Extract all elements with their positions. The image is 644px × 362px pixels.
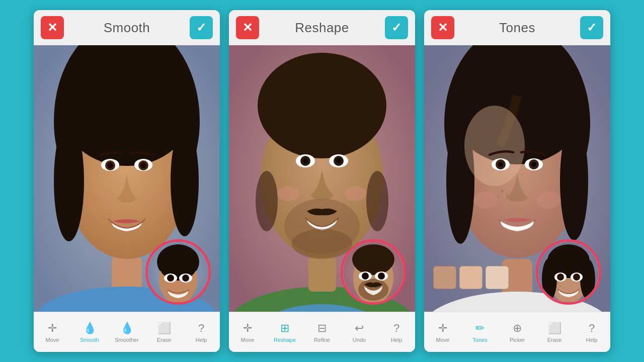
- reshape-tool-refine[interactable]: ⊟ Refine: [309, 322, 335, 343]
- smooth-title: Smooth: [104, 20, 150, 36]
- smooth-tool-smoother[interactable]: 💧 Smoother: [114, 322, 139, 343]
- picker-label: Picker: [510, 337, 525, 343]
- reshape-tool-undo[interactable]: ↩ Undo: [347, 322, 372, 343]
- svg-point-73: [501, 190, 504, 193]
- tones-image-area[interactable]: [424, 45, 610, 312]
- reshape-tool-reshape[interactable]: ⊞ Reshape: [272, 322, 297, 343]
- help-icon: ?: [198, 322, 204, 335]
- tones-tool-move[interactable]: ✛ Move: [430, 322, 455, 343]
- smooth-tool-erase[interactable]: ⬜ Erase: [151, 322, 177, 343]
- svg-rect-27: [308, 256, 336, 292]
- svg-point-49: [353, 247, 393, 275]
- check-icon: ✓: [391, 21, 401, 35]
- svg-point-53: [362, 273, 369, 280]
- reshape-tool-help[interactable]: ? Help: [384, 322, 409, 343]
- refine-icon: ⊟: [317, 322, 327, 335]
- tones-thumbnail-svg: [538, 242, 599, 302]
- svg-point-86: [573, 274, 580, 281]
- svg-point-50: [358, 279, 388, 301]
- smooth-toolbar: ✛ Move 💧 Smooth 💧 Smoother ⬜ Erase ? Hel…: [34, 312, 220, 352]
- move-icon: ✛: [438, 322, 447, 335]
- svg-point-74: [506, 194, 509, 197]
- svg-point-70: [531, 162, 536, 167]
- svg-point-29: [258, 53, 386, 158]
- swatch-medium[interactable]: [459, 266, 482, 289]
- reshape-icon: ⊞: [280, 322, 289, 335]
- svg-point-75: [498, 196, 500, 198]
- smooth-close-button[interactable]: ✕: [41, 16, 64, 39]
- reshape-tool-move[interactable]: ✛ Move: [235, 322, 260, 343]
- tones-close-button[interactable]: ✕: [431, 16, 454, 39]
- tones-label: Tones: [472, 337, 487, 343]
- tones-toolbar: ✛ Move ✏ Tones ⊕ Picker ⬜ Erase ? Help: [424, 312, 610, 352]
- erase-icon: ⬜: [548, 322, 561, 335]
- smooth-tool-help[interactable]: ? Help: [189, 322, 214, 343]
- svg-point-85: [557, 274, 564, 281]
- reshape-label: Reshape: [274, 337, 296, 343]
- svg-point-82: [580, 259, 595, 299]
- reshape-panel: ✕ Reshape ✓: [229, 10, 415, 352]
- svg-point-41: [303, 158, 308, 163]
- help-icon: ?: [393, 322, 399, 335]
- svg-point-15: [144, 192, 170, 210]
- svg-point-19: [159, 248, 197, 281]
- erase-label: Erase: [547, 337, 562, 343]
- move-label: Move: [46, 337, 59, 343]
- svg-point-12: [107, 162, 113, 168]
- swatch-dark[interactable]: [433, 266, 456, 289]
- svg-point-23: [182, 275, 189, 282]
- svg-point-13: [140, 162, 146, 168]
- help-label: Help: [586, 337, 598, 343]
- svg-point-22: [167, 275, 174, 282]
- close-icon: ✕: [438, 21, 448, 35]
- svg-point-45: [345, 186, 367, 201]
- undo-label: Undo: [353, 337, 366, 343]
- smoother-icon: 💧: [120, 322, 134, 335]
- close-icon: ✕: [47, 21, 57, 35]
- svg-point-69: [498, 162, 503, 167]
- svg-point-44: [277, 186, 299, 201]
- smooth-check-button[interactable]: ✓: [190, 16, 213, 39]
- check-icon: ✓: [196, 21, 206, 35]
- tones-check-button[interactable]: ✓: [580, 16, 603, 39]
- smooth-panel: ✕ Smooth ✓: [34, 10, 220, 352]
- svg-point-43: [292, 229, 352, 259]
- undo-icon: ↩: [355, 322, 364, 335]
- tones-tool-picker[interactable]: ⊕ Picker: [505, 322, 530, 343]
- reshape-check-button[interactable]: ✓: [385, 16, 408, 39]
- svg-point-71: [473, 192, 498, 209]
- help-icon: ?: [589, 322, 595, 335]
- tones-swatches: [433, 266, 509, 289]
- smooth-image-area[interactable]: [34, 45, 220, 312]
- tones-tool-help[interactable]: ? Help: [579, 322, 604, 343]
- tones-icon: ✏: [475, 322, 485, 335]
- tones-tool-tones[interactable]: ✏ Tones: [467, 322, 493, 343]
- svg-point-42: [336, 158, 341, 163]
- svg-point-14: [84, 192, 109, 210]
- svg-point-6: [54, 121, 84, 241]
- reshape-close-button[interactable]: ✕: [236, 16, 259, 39]
- tones-tool-erase[interactable]: ⬜ Erase: [542, 322, 567, 343]
- svg-point-35: [366, 171, 388, 231]
- swatch-light[interactable]: [486, 266, 509, 289]
- erase-label: Erase: [157, 337, 172, 343]
- reshape-thumbnail-svg: [343, 242, 404, 302]
- smooth-label: Smooth: [80, 337, 99, 343]
- move-label: Move: [241, 337, 255, 343]
- smooth-tool-move[interactable]: ✛ Move: [40, 322, 65, 343]
- svg-point-88: [560, 286, 561, 287]
- close-icon: ✕: [243, 21, 253, 35]
- smooth-tool-smooth[interactable]: 💧 Smooth: [77, 322, 102, 343]
- svg-point-32: [302, 74, 332, 99]
- svg-point-81: [542, 258, 557, 300]
- svg-point-64: [464, 106, 525, 186]
- tones-title: Tones: [499, 20, 535, 36]
- tones-panel: ✕ Tones ✓: [424, 10, 610, 352]
- refine-label: Refine: [314, 337, 330, 343]
- svg-point-87: [556, 282, 558, 284]
- svg-point-54: [378, 273, 385, 280]
- reshape-header: ✕ Reshape ✓: [229, 10, 415, 45]
- reshape-image-area[interactable]: [229, 45, 415, 312]
- svg-point-7: [171, 126, 199, 236]
- svg-point-34: [256, 171, 278, 231]
